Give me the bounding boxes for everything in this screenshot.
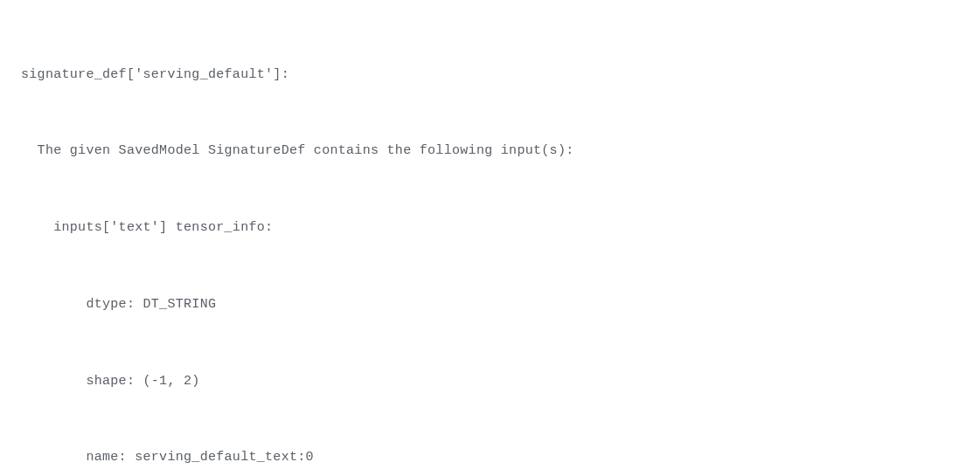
code-line: The given SavedModel SignatureDef contai…: [21, 138, 980, 163]
code-line: dtype: DT_STRING: [21, 292, 980, 317]
code-line: name: serving_default_text:0: [21, 445, 980, 469]
signature-def-output: signature_def['serving_default']: The gi…: [21, 10, 980, 469]
code-line: signature_def['serving_default']:: [21, 62, 980, 87]
code-line: shape: (-1, 2): [21, 369, 980, 394]
code-line: inputs['text'] tensor_info:: [21, 215, 980, 240]
